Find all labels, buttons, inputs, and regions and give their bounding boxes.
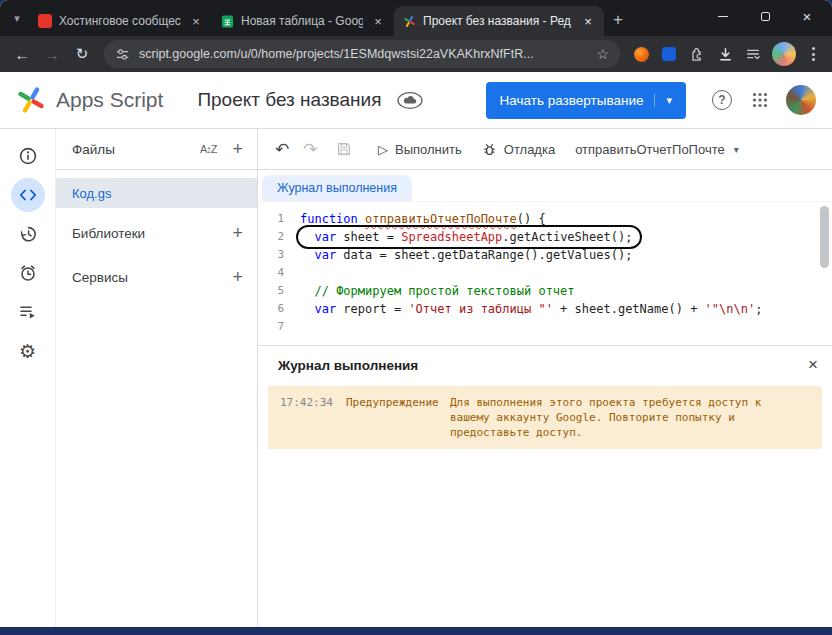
deploy-label: Начать развертывание xyxy=(500,93,644,108)
files-panel: Файлы A↕Z + Код.gs Библиотеки + Сервисы … xyxy=(56,129,258,627)
google-apps-grid-icon[interactable] xyxy=(752,92,768,108)
code-lines: 1function отправитьОтчетПоПочте() {2 var… xyxy=(258,210,832,336)
file-item-kod-gs[interactable]: Код.gs xyxy=(56,178,257,208)
services-label: Сервисы xyxy=(72,270,128,285)
editor-column: ↶ ↷ ▷ Выполнить Отладка отправитьОтчетПо… xyxy=(258,129,832,627)
log-entry-warning: 17:42:34 Предупреждение Для выполнения э… xyxy=(268,386,822,449)
apps-script-favicon-icon xyxy=(402,14,416,28)
browser-toolbar: ← → ↻ script.google.com/u/0/home/project… xyxy=(0,36,832,72)
save-status-cloud-icon xyxy=(397,92,423,109)
back-button[interactable]: ← xyxy=(8,40,36,68)
downloads-icon[interactable] xyxy=(712,41,738,67)
overview-info-icon[interactable] xyxy=(11,139,45,173)
log-entry-type: Предупреждение xyxy=(346,395,450,440)
code-line: 7 xyxy=(258,318,832,336)
tab-community[interactable]: Хостинговое сообщество « × xyxy=(30,6,212,36)
add-service-button[interactable]: + xyxy=(232,267,243,288)
help-icon[interactable]: ? xyxy=(712,90,732,110)
code-line: 2 var sheet = SpreadsheetApp.getActiveSh… xyxy=(258,228,832,246)
deploy-caret-icon[interactable]: ▾ xyxy=(654,94,672,107)
new-tab-button[interactable]: + xyxy=(604,6,632,34)
project-title[interactable]: Проект без названия xyxy=(197,89,381,111)
tab-close-icon[interactable]: × xyxy=(188,13,204,29)
extensions-puzzle-icon[interactable] xyxy=(684,41,710,67)
apps-script-logo xyxy=(16,85,46,115)
log-chip-row: Журнал выполнения xyxy=(258,170,832,202)
tab-title: Хостинговое сообщество « xyxy=(59,14,181,28)
close-log-icon[interactable]: × xyxy=(808,355,818,375)
code-editor[interactable]: 1function отправитьОтчетПоПочте() {2 var… xyxy=(258,202,832,345)
log-entry-time: 17:42:34 xyxy=(280,395,346,440)
settings-gear-icon[interactable]: ⚙ xyxy=(11,334,45,368)
save-button[interactable] xyxy=(330,135,358,163)
side-rail: ⚙ xyxy=(0,129,56,627)
execution-log-chip[interactable]: Журнал выполнения xyxy=(262,175,412,201)
run-play-icon: ▷ xyxy=(378,142,388,157)
editor-scrollbar-thumb[interactable] xyxy=(820,206,829,268)
browser-menu-icon[interactable] xyxy=(802,41,824,67)
function-caret-icon: ▾ xyxy=(734,144,739,155)
tab-close-icon[interactable]: × xyxy=(370,13,386,29)
code-line: 3 var data = sheet.getDataRange().getVal… xyxy=(258,246,832,264)
tab-title: Новая таблица - Google Та xyxy=(241,14,363,28)
window-controls: × xyxy=(702,0,828,33)
site-settings-icon[interactable] xyxy=(115,47,130,62)
project-history-icon[interactable] xyxy=(11,217,45,251)
brand-name: Apps Script xyxy=(56,88,163,112)
function-name: отправитьОтчетПоПочте xyxy=(575,142,725,157)
maximize-button[interactable] xyxy=(744,0,786,33)
log-panel-title: Журнал выполнения xyxy=(278,358,418,373)
taskbar-strip xyxy=(0,627,832,635)
forward-button[interactable]: → xyxy=(38,40,66,68)
tab-close-icon[interactable]: × xyxy=(580,13,596,29)
browser-profile-avatar[interactable] xyxy=(772,42,796,66)
log-panel-header: Журнал выполнения × xyxy=(258,346,832,380)
blue-extension-icon[interactable] xyxy=(656,41,682,67)
redo-button[interactable]: ↷ xyxy=(296,135,324,163)
execution-log-panel: Журнал выполнения × 17:42:34 Предупрежде… xyxy=(258,345,832,627)
editor-code-icon[interactable] xyxy=(11,178,45,212)
libraries-label: Библиотеки xyxy=(72,226,145,241)
function-selector[interactable]: отправитьОтчетПоПочте ▾ xyxy=(575,142,739,157)
code-line: 4 xyxy=(258,264,832,282)
address-bar[interactable]: script.google.com/u/0/home/projects/1ESM… xyxy=(104,40,620,68)
reload-button[interactable]: ↻ xyxy=(68,40,96,68)
add-library-button[interactable]: + xyxy=(232,223,243,244)
orange-extension-icon[interactable] xyxy=(628,41,654,67)
run-button[interactable]: ▷ Выполнить xyxy=(378,142,462,157)
app-header: Apps Script Проект без названия Начать р… xyxy=(0,72,832,129)
tab-search-chevron-icon[interactable]: ▾ xyxy=(6,4,28,32)
log-entry-message: Для выполнения этого проекта требуется д… xyxy=(450,395,788,440)
tab-strip: ▾ Хостинговое сообщество « × Новая табли… xyxy=(0,0,832,36)
sheets-favicon-icon xyxy=(220,14,234,28)
account-avatar[interactable] xyxy=(786,85,816,115)
sort-files-icon[interactable]: A↕Z xyxy=(200,143,217,155)
editor-toolbar: ↶ ↷ ▷ Выполнить Отладка отправитьОтчетПо… xyxy=(258,129,832,170)
deploy-button[interactable]: Начать развертывание ▾ xyxy=(486,82,686,119)
files-title: Файлы xyxy=(72,142,115,157)
services-section[interactable]: Сервисы + xyxy=(56,258,257,296)
debug-label: Отладка xyxy=(504,142,555,157)
main-area: ⚙ Файлы A↕Z + Код.gs Библиотеки + Сервис… xyxy=(0,129,832,627)
code-line: 1function отправитьОтчетПоПочте() { xyxy=(258,210,832,228)
file-name: Код.gs xyxy=(72,186,111,201)
code-line: 6 var report = 'Отчет из таблицы "' + sh… xyxy=(258,300,832,318)
tab-sheets[interactable]: Новая таблица - Google Та × xyxy=(212,6,394,36)
url-text[interactable]: script.google.com/u/0/home/projects/1ESM… xyxy=(139,47,587,61)
tab-apps-script[interactable]: Проект без названия - Ред × xyxy=(394,6,604,36)
tab-title: Проект без названия - Ред xyxy=(423,14,573,28)
add-file-button[interactable]: + xyxy=(232,139,243,160)
bookmark-star-icon[interactable]: ☆ xyxy=(596,46,609,62)
triggers-alarm-icon[interactable] xyxy=(11,256,45,290)
reading-list-icon[interactable] xyxy=(740,41,766,67)
debug-bug-icon xyxy=(482,142,497,157)
code-line: 5 // Формируем простой текстовый отчет xyxy=(258,282,832,300)
close-window-button[interactable]: × xyxy=(786,0,828,33)
minimize-button[interactable] xyxy=(702,0,744,33)
files-header: Файлы A↕Z + xyxy=(56,129,257,170)
debug-button[interactable]: Отладка xyxy=(482,142,555,157)
community-favicon-icon xyxy=(38,14,52,28)
executions-list-icon[interactable] xyxy=(11,295,45,329)
undo-button[interactable]: ↶ xyxy=(268,135,296,163)
libraries-section[interactable]: Библиотеки + xyxy=(56,214,257,252)
